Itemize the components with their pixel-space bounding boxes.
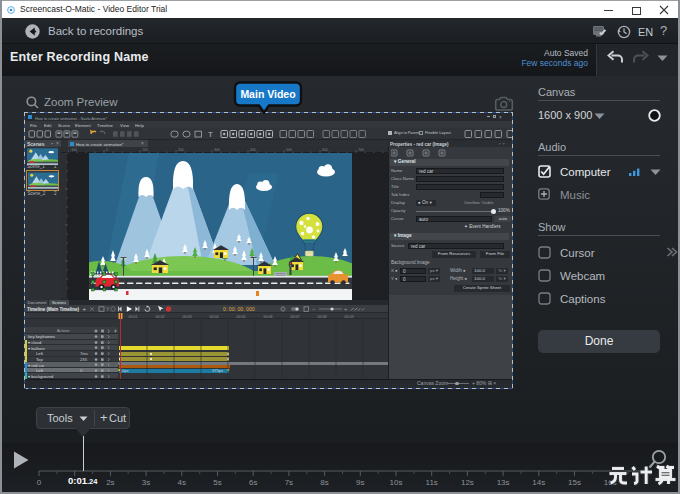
svg-text:12s: 12s bbox=[461, 478, 474, 487]
svg-text:3s: 3s bbox=[142, 478, 150, 487]
svg-text:9s: 9s bbox=[356, 478, 364, 487]
svg-text:0: 0 bbox=[106, 148, 108, 152]
svg-text:−: − bbox=[75, 306, 79, 312]
svg-text:4s: 4s bbox=[178, 478, 186, 487]
svg-text:100: 100 bbox=[142, 148, 148, 152]
svg-text:-100: -100 bbox=[70, 148, 77, 152]
svg-text:5s: 5s bbox=[213, 478, 221, 487]
svg-text:6s: 6s bbox=[249, 478, 257, 487]
svg-text:00:02: 00:02 bbox=[156, 315, 165, 319]
svg-text:00:05: 00:05 bbox=[237, 315, 246, 319]
svg-text:14s: 14s bbox=[532, 478, 545, 487]
svg-text:200: 200 bbox=[178, 148, 184, 152]
svg-text:13s: 13s bbox=[497, 478, 510, 487]
svg-text:700: 700 bbox=[358, 148, 364, 152]
svg-text:00:07: 00:07 bbox=[291, 315, 300, 319]
svg-text:600: 600 bbox=[322, 148, 328, 152]
svg-text:00:06: 00:06 bbox=[264, 315, 273, 319]
svg-text:T: T bbox=[208, 130, 213, 139]
svg-text:15s: 15s bbox=[568, 478, 581, 487]
svg-text:500: 500 bbox=[286, 148, 292, 152]
svg-text:+: + bbox=[344, 306, 347, 312]
svg-text:300: 300 bbox=[214, 148, 220, 152]
svg-text:11s: 11s bbox=[426, 478, 438, 487]
svg-text:0: 0 bbox=[37, 478, 42, 487]
svg-text:0: 00: 00. 000: 0: 00: 00. 000 bbox=[223, 306, 255, 312]
svg-text:+: + bbox=[83, 306, 87, 312]
svg-text:00:04: 00:04 bbox=[210, 315, 219, 319]
svg-text:7s: 7s bbox=[285, 478, 293, 487]
svg-text:00:09: 00:09 bbox=[345, 315, 354, 319]
svg-text:−: − bbox=[312, 306, 315, 312]
svg-text:8s: 8s bbox=[320, 478, 328, 487]
svg-text:10s: 10s bbox=[390, 478, 403, 487]
svg-text:400: 400 bbox=[250, 148, 256, 152]
svg-text:Main Video: Main Video bbox=[240, 88, 295, 100]
svg-text:Y: Y bbox=[106, 306, 110, 312]
svg-text:00:03: 00:03 bbox=[183, 315, 192, 319]
svg-text:00:08: 00:08 bbox=[318, 315, 327, 319]
svg-text:00:01: 00:01 bbox=[129, 315, 138, 319]
